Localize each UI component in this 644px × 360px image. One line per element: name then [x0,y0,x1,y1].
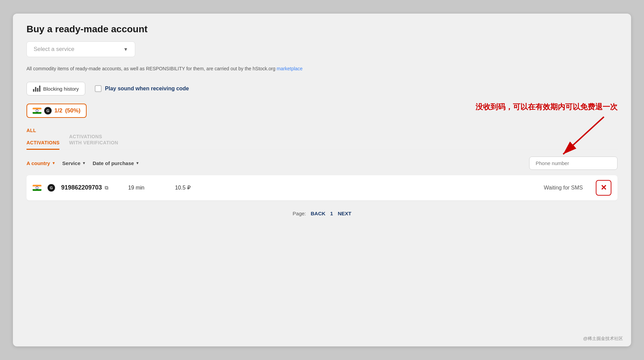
counter-count: 1/2 [54,107,62,114]
service-select-placeholder: Select a service [34,46,74,53]
service-select[interactable]: Select a service ▼ [26,41,135,57]
india-flag-icon [33,108,41,114]
toolbar-row: Blocking history Play sound when receivi… [26,82,618,95]
watermark: @稀土掘金技术社区 [583,336,623,342]
tab-verif-line1: ACTIVATIONS [69,134,102,139]
sound-checkbox[interactable] [95,85,102,92]
price-text: 10.5 ₽ [175,184,202,191]
counter-percent: (50%) [65,107,80,114]
filters-row: A country ▼ Service ▼ Date of purchase ▼ [26,157,618,170]
service-chevron-icon: ▼ [82,161,86,165]
filter-country-label: A country [26,160,50,166]
pagination-current: 1 [330,211,333,216]
tab-all-activations[interactable]: ALL ACTIVATIONS [26,125,59,150]
filter-date[interactable]: Date of purchase ▼ [93,160,140,166]
filter-date-label: Date of purchase [93,160,134,166]
tab-all-line2: ACTIVATIONS [26,140,59,146]
info-paragraph: All commodity items of ready-made accoun… [26,65,618,72]
chatgpt-row-icon: G [48,184,55,192]
country-chevron-icon: ▼ [52,161,55,165]
tabs-row: ALL ACTIVATIONS ACTIVATIONS WITH VERIFIC… [26,125,618,150]
pagination-back[interactable]: BACK [311,211,325,216]
india-flag-row-icon [33,185,41,191]
copy-icon[interactable]: ⧉ [105,185,108,191]
sound-label: Play sound when receiving code [105,86,189,92]
status-badge: Waiting for SMS [544,185,583,191]
service-select-wrapper: Select a service ▼ [26,41,618,57]
time-remaining: 19 min [128,185,155,191]
close-icon: ✕ [601,183,607,192]
tab-all-line1: ALL [26,127,59,133]
phone-number-input[interactable] [529,157,618,170]
date-chevron-icon: ▼ [136,161,139,165]
sound-toggle-wrapper: Play sound when receiving code [95,85,189,92]
chatgpt-icon: G [44,107,52,114]
main-container: Buy a ready-made account Select a servic… [13,14,631,346]
blocking-history-button[interactable]: Blocking history [26,82,85,95]
counter-badge: G 1/2 (50%) [26,104,87,118]
pagination-next[interactable]: NEXT [338,211,351,216]
marketplace-link[interactable]: marketplace [277,66,303,71]
bar-chart-icon [33,86,40,92]
filter-service[interactable]: Service ▼ [62,160,86,166]
table-row: G 919862209703 ⧉ 19 min 10.5 ₽ Waiting f… [26,175,618,200]
filter-country[interactable]: A country ▼ [26,160,55,166]
tab-with-verification[interactable]: ACTIVATIONS WITH VERIFICATION [69,131,118,149]
page-title: Buy a ready-made account [26,24,618,35]
chevron-down-icon: ▼ [123,47,128,52]
tab-verif-line2: WITH VERIFICATION [69,140,118,145]
close-button[interactable]: ✕ [596,180,611,196]
annotation-text: 没收到码，可以在有效期内可以免费退一次 [476,102,618,112]
pagination-row: Page: BACK 1 NEXT [26,211,618,216]
filter-service-label: Service [62,160,80,166]
page-label: Page: [293,211,306,216]
phone-number-text: 919862209703 ⧉ [61,184,108,191]
